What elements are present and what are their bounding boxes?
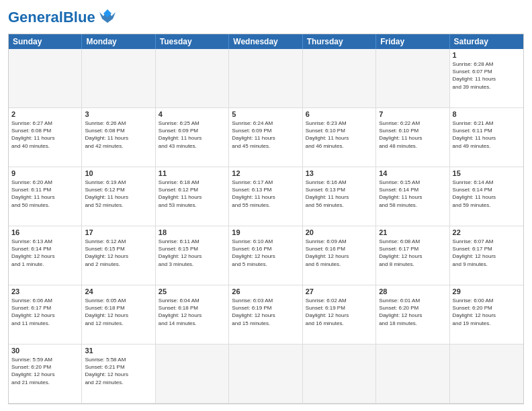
calendar-day-24: 24Sunrise: 6:05 AM Sunset: 6:18 PM Dayli… bbox=[82, 285, 155, 345]
day-number: 23 bbox=[11, 287, 79, 295]
day-info: Sunrise: 6:04 AM Sunset: 6:18 PM Dayligh… bbox=[159, 297, 226, 327]
calendar-day-9: 9Sunrise: 6:20 AM Sunset: 6:11 PM Daylig… bbox=[9, 167, 82, 226]
day-number: 18 bbox=[159, 228, 226, 236]
day-info: Sunrise: 6:26 AM Sunset: 6:08 PM Dayligh… bbox=[85, 120, 152, 150]
calendar-day-26: 26Sunrise: 6:03 AM Sunset: 6:19 PM Dayli… bbox=[229, 285, 302, 345]
calendar-day-10: 10Sunrise: 6:19 AM Sunset: 6:12 PM Dayli… bbox=[82, 167, 155, 226]
day-header-tuesday: Tuesday bbox=[156, 34, 229, 49]
calendar-day-13: 13Sunrise: 6:16 AM Sunset: 6:13 PM Dayli… bbox=[303, 167, 376, 226]
calendar-day-14: 14Sunrise: 6:15 AM Sunset: 6:14 PM Dayli… bbox=[376, 167, 449, 226]
day-header-monday: Monday bbox=[82, 34, 155, 49]
logo-text: GeneralBlue bbox=[8, 10, 95, 25]
day-info: Sunrise: 6:16 AM Sunset: 6:13 PM Dayligh… bbox=[306, 179, 373, 209]
day-number: 3 bbox=[85, 110, 152, 118]
day-info: Sunrise: 6:25 AM Sunset: 6:09 PM Dayligh… bbox=[159, 120, 226, 150]
calendar-empty-cell bbox=[303, 49, 376, 108]
calendar-day-23: 23Sunrise: 6:06 AM Sunset: 6:17 PM Dayli… bbox=[9, 285, 82, 345]
day-number: 30 bbox=[11, 347, 79, 355]
day-info: Sunrise: 6:21 AM Sunset: 6:11 PM Dayligh… bbox=[453, 120, 521, 150]
day-info: Sunrise: 6:14 AM Sunset: 6:14 PM Dayligh… bbox=[453, 179, 521, 209]
calendar-day-3: 3Sunrise: 6:26 AM Sunset: 6:08 PM Daylig… bbox=[82, 108, 155, 167]
day-number: 20 bbox=[306, 228, 373, 236]
calendar-day-27: 27Sunrise: 6:02 AM Sunset: 6:19 PM Dayli… bbox=[303, 285, 376, 345]
day-header-friday: Friday bbox=[376, 34, 449, 49]
day-number: 12 bbox=[232, 169, 299, 177]
day-number: 13 bbox=[306, 169, 373, 177]
day-info: Sunrise: 6:08 AM Sunset: 6:17 PM Dayligh… bbox=[379, 238, 446, 268]
day-number: 25 bbox=[159, 287, 226, 295]
day-number: 11 bbox=[159, 169, 226, 177]
calendar-day-25: 25Sunrise: 6:04 AM Sunset: 6:18 PM Dayli… bbox=[156, 285, 229, 345]
calendar-day-29: 29Sunrise: 6:00 AM Sunset: 6:20 PM Dayli… bbox=[450, 285, 523, 345]
day-number: 29 bbox=[453, 287, 521, 295]
day-number: 2 bbox=[11, 110, 79, 118]
calendar-page: GeneralBlue SundayMondayTuesdayWednesday… bbox=[0, 0, 532, 411]
calendar-empty-cell bbox=[376, 49, 449, 108]
day-info: Sunrise: 6:05 AM Sunset: 6:18 PM Dayligh… bbox=[85, 297, 152, 327]
day-number: 16 bbox=[11, 228, 79, 236]
calendar-day-21: 21Sunrise: 6:08 AM Sunset: 6:17 PM Dayli… bbox=[376, 226, 449, 285]
calendar-day-1: 1Sunrise: 6:28 AM Sunset: 6:07 PM Daylig… bbox=[450, 49, 523, 108]
calendar-empty-cell bbox=[376, 345, 449, 404]
day-info: Sunrise: 5:59 AM Sunset: 6:20 PM Dayligh… bbox=[11, 356, 79, 386]
calendar-day-8: 8Sunrise: 6:21 AM Sunset: 6:11 PM Daylig… bbox=[450, 108, 523, 167]
day-number: 31 bbox=[85, 347, 152, 355]
calendar-day-7: 7Sunrise: 6:22 AM Sunset: 6:10 PM Daylig… bbox=[376, 108, 449, 167]
day-number: 10 bbox=[85, 169, 152, 177]
day-info: Sunrise: 6:17 AM Sunset: 6:13 PM Dayligh… bbox=[232, 179, 299, 209]
calendar: SundayMondayTuesdayWednesdayThursdayFrid… bbox=[8, 34, 524, 404]
calendar-empty-cell bbox=[82, 49, 155, 108]
calendar-day-19: 19Sunrise: 6:10 AM Sunset: 6:16 PM Dayli… bbox=[229, 226, 302, 285]
day-info: Sunrise: 6:24 AM Sunset: 6:09 PM Dayligh… bbox=[232, 120, 299, 150]
day-info: Sunrise: 6:11 AM Sunset: 6:15 PM Dayligh… bbox=[159, 238, 226, 268]
calendar-day-18: 18Sunrise: 6:11 AM Sunset: 6:15 PM Dayli… bbox=[156, 226, 229, 285]
day-number: 14 bbox=[379, 169, 446, 177]
day-header-saturday: Saturday bbox=[450, 34, 523, 49]
calendar-day-20: 20Sunrise: 6:09 AM Sunset: 6:16 PM Dayli… bbox=[303, 226, 376, 285]
calendar-empty-cell bbox=[303, 345, 376, 404]
day-info: Sunrise: 6:19 AM Sunset: 6:12 PM Dayligh… bbox=[85, 179, 152, 209]
day-info: Sunrise: 5:58 AM Sunset: 6:21 PM Dayligh… bbox=[85, 356, 152, 386]
day-number: 8 bbox=[453, 110, 521, 118]
logo-blue: Blue bbox=[63, 9, 95, 26]
day-info: Sunrise: 6:01 AM Sunset: 6:20 PM Dayligh… bbox=[379, 297, 446, 327]
calendar-day-4: 4Sunrise: 6:25 AM Sunset: 6:09 PM Daylig… bbox=[156, 108, 229, 167]
calendar-empty-cell bbox=[9, 49, 82, 108]
calendar-day-30: 30Sunrise: 5:59 AM Sunset: 6:20 PM Dayli… bbox=[9, 345, 82, 404]
day-info: Sunrise: 6:13 AM Sunset: 6:14 PM Dayligh… bbox=[11, 238, 79, 268]
day-header-wednesday: Wednesday bbox=[229, 34, 302, 49]
calendar-empty-cell bbox=[450, 345, 523, 404]
day-header-sunday: Sunday bbox=[9, 34, 82, 49]
day-info: Sunrise: 6:10 AM Sunset: 6:16 PM Dayligh… bbox=[232, 238, 299, 268]
day-headers: SundayMondayTuesdayWednesdayThursdayFrid… bbox=[9, 34, 523, 49]
logo: GeneralBlue bbox=[8, 7, 117, 28]
calendar-empty-cell bbox=[156, 345, 229, 404]
day-info: Sunrise: 6:03 AM Sunset: 6:19 PM Dayligh… bbox=[232, 297, 299, 327]
calendar-day-17: 17Sunrise: 6:12 AM Sunset: 6:15 PM Dayli… bbox=[82, 226, 155, 285]
day-info: Sunrise: 6:22 AM Sunset: 6:10 PM Dayligh… bbox=[379, 120, 446, 150]
calendar-day-6: 6Sunrise: 6:23 AM Sunset: 6:10 PM Daylig… bbox=[303, 108, 376, 167]
calendar-empty-cell bbox=[229, 345, 302, 404]
day-number: 15 bbox=[453, 169, 521, 177]
day-info: Sunrise: 6:18 AM Sunset: 6:12 PM Dayligh… bbox=[159, 179, 226, 209]
day-number: 17 bbox=[85, 228, 152, 236]
calendar-empty-cell bbox=[229, 49, 302, 108]
calendar-day-31: 31Sunrise: 5:58 AM Sunset: 6:21 PM Dayli… bbox=[82, 345, 155, 404]
calendar-day-15: 15Sunrise: 6:14 AM Sunset: 6:14 PM Dayli… bbox=[450, 167, 523, 226]
day-number: 19 bbox=[232, 228, 299, 236]
day-info: Sunrise: 6:07 AM Sunset: 6:17 PM Dayligh… bbox=[453, 238, 521, 268]
day-info: Sunrise: 6:06 AM Sunset: 6:17 PM Dayligh… bbox=[11, 297, 79, 327]
day-info: Sunrise: 6:09 AM Sunset: 6:16 PM Dayligh… bbox=[306, 238, 373, 268]
day-number: 9 bbox=[11, 169, 79, 177]
day-number: 4 bbox=[159, 110, 226, 118]
calendar-day-5: 5Sunrise: 6:24 AM Sunset: 6:09 PM Daylig… bbox=[229, 108, 302, 167]
day-header-thursday: Thursday bbox=[303, 34, 376, 49]
calendar-day-12: 12Sunrise: 6:17 AM Sunset: 6:13 PM Dayli… bbox=[229, 167, 302, 226]
day-number: 28 bbox=[379, 287, 446, 295]
day-info: Sunrise: 6:20 AM Sunset: 6:11 PM Dayligh… bbox=[11, 179, 79, 209]
calendar-day-2: 2Sunrise: 6:27 AM Sunset: 6:08 PM Daylig… bbox=[9, 108, 82, 167]
calendar-empty-cell bbox=[156, 49, 229, 108]
day-number: 24 bbox=[85, 287, 152, 295]
day-info: Sunrise: 6:00 AM Sunset: 6:20 PM Dayligh… bbox=[453, 297, 521, 327]
day-info: Sunrise: 6:23 AM Sunset: 6:10 PM Dayligh… bbox=[306, 120, 373, 150]
